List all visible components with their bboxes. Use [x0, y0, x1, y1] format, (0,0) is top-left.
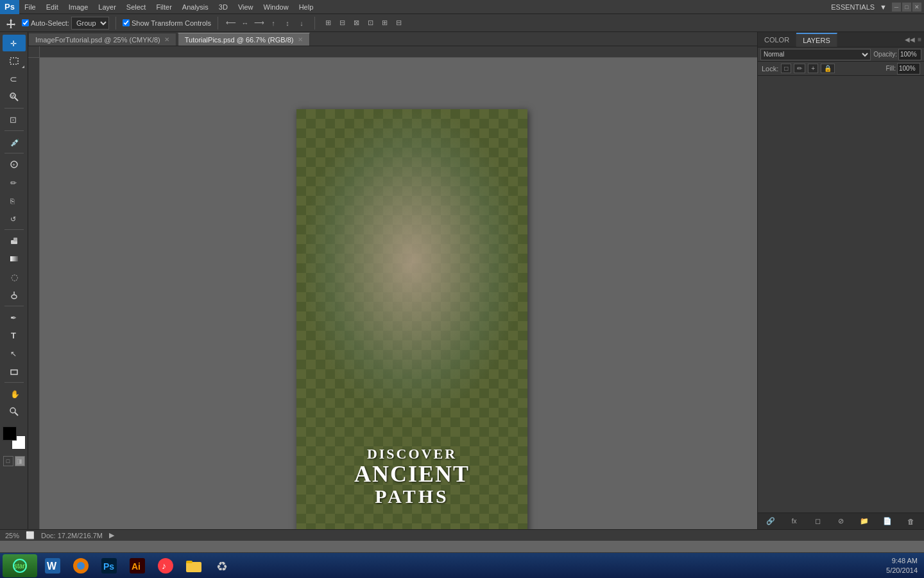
taskbar-app-firefox[interactable]: [68, 554, 94, 577]
dist-left-button[interactable]: ⊞: [321, 17, 334, 30]
spot-healing-brush-tool[interactable]: +: [3, 156, 26, 173]
pen-tool[interactable]: ✒: [3, 309, 26, 326]
new-layer-button[interactable]: 📄: [880, 515, 894, 528]
taskbar-app-recycle[interactable]: ♻: [209, 554, 235, 577]
path-selection-tool[interactable]: ↖: [3, 345, 26, 362]
tab-close-2[interactable]: ✕: [298, 36, 303, 43]
svg-rect-39: [186, 562, 201, 572]
panel-menu-icon[interactable]: ≡: [918, 36, 921, 43]
align-center-h-button[interactable]: ↔: [239, 17, 252, 30]
close-button[interactable]: ✕: [912, 3, 921, 12]
layers-list[interactable]: [758, 76, 924, 512]
zoom-tool[interactable]: [3, 403, 26, 420]
fx-button[interactable]: fx: [787, 515, 801, 528]
menu-analysis[interactable]: Analysis: [177, 2, 214, 12]
canvas-viewport[interactable]: DISCOVER ANCIENT PATHS: [40, 58, 757, 529]
dist-bottom-button[interactable]: ⊟: [392, 17, 405, 30]
auto-select-checkbox[interactable]: [22, 19, 29, 26]
adjustment-button[interactable]: ⊘: [834, 515, 848, 528]
panel-collapse-icon[interactable]: ◀◀: [905, 36, 915, 43]
hand-tool[interactable]: ✋: [3, 385, 26, 402]
menu-image[interactable]: Image: [64, 2, 94, 12]
menu-layer[interactable]: Layer: [93, 2, 121, 12]
blend-mode-dropdown[interactable]: Normal Dissolve Multiply Screen Overlay: [760, 49, 871, 60]
quick-select-tool[interactable]: W: [3, 89, 26, 105]
color-swatches[interactable]: [3, 426, 26, 450]
history-brush-tool[interactable]: ↺: [3, 210, 26, 227]
align-bottom-button[interactable]: ↓: [295, 17, 308, 30]
show-transform-checkbox[interactable]: [123, 19, 130, 26]
taskbar-app-illustrator[interactable]: Ai: [124, 554, 150, 577]
type-tool[interactable]: T: [3, 327, 26, 344]
workspace-dropdown-icon: ▼: [880, 3, 887, 11]
layers-bottom-bar: 🔗 fx ◻ ⊘ 📁 📄 🗑: [758, 512, 924, 529]
start-button[interactable]: start: [3, 554, 37, 577]
quick-mask-button[interactable]: ◨: [15, 456, 25, 466]
svg-text:Ps: Ps: [103, 561, 114, 572]
dist-right-button[interactable]: ⊠: [350, 17, 363, 30]
menu-3d[interactable]: 3D: [214, 2, 233, 12]
menu-help[interactable]: Help: [294, 2, 319, 12]
taskbar-app-folder[interactable]: [181, 554, 207, 577]
align-top-button[interactable]: ↑: [267, 17, 280, 30]
taskbar-app-photoshop[interactable]: Ps: [96, 554, 122, 577]
align-center-v-button[interactable]: ↕: [281, 17, 294, 30]
restore-button[interactable]: □: [902, 3, 911, 12]
svg-text:start: start: [14, 563, 27, 570]
align-left-button[interactable]: ⟵: [225, 17, 237, 30]
move-tool[interactable]: ✛: [3, 35, 26, 51]
menu-window[interactable]: Window: [259, 2, 294, 12]
dist-center-button[interactable]: ⊟: [336, 17, 348, 30]
dodge-tool[interactable]: [3, 286, 26, 303]
taskbar-app-word[interactable]: W: [40, 554, 65, 577]
dist-top-button[interactable]: ⊡: [364, 17, 377, 30]
workspace-label[interactable]: ESSENTIALS: [831, 3, 875, 11]
menu-file[interactable]: File: [19, 2, 41, 12]
lock-all-button[interactable]: 🔒: [821, 64, 835, 73]
minimize-button[interactable]: ─: [892, 3, 901, 12]
crop-tool[interactable]: ⊡: [3, 111, 26, 128]
scroll-indicator[interactable]: ▶: [109, 531, 114, 539]
svg-point-25: [10, 408, 15, 413]
add-mask-button[interactable]: ◻: [810, 515, 825, 528]
menu-edit[interactable]: Edit: [41, 2, 64, 12]
fill-input[interactable]: 100%: [897, 63, 920, 74]
new-group-button[interactable]: 📁: [857, 515, 871, 528]
gradient-tool[interactable]: [3, 250, 26, 267]
menu-select[interactable]: Select: [121, 2, 151, 12]
standard-mode-button[interactable]: □: [3, 456, 13, 466]
lock-position-button[interactable]: +: [808, 64, 818, 73]
tab-layers[interactable]: LAYERS: [796, 33, 837, 47]
svg-point-18: [12, 295, 17, 299]
menu-view[interactable]: View: [233, 2, 259, 12]
left-toolbar: ✛ ⊂ W ⊡ 💉 + ✏: [0, 32, 28, 529]
layers-blend-bar: Normal Dissolve Multiply Screen Overlay …: [758, 48, 924, 62]
link-layers-button[interactable]: 🔗: [764, 515, 778, 528]
taskbar-app-itunes[interactable]: ♪: [153, 554, 178, 577]
tab-color[interactable]: COLOR: [758, 33, 796, 46]
clone-stamp-tool[interactable]: ⎘: [3, 192, 26, 209]
zoom-icon[interactable]: ⬜: [26, 531, 35, 539]
eraser-tool[interactable]: [3, 232, 26, 249]
lock-pixels-button[interactable]: □: [781, 64, 791, 73]
opacity-input[interactable]: 100%: [898, 49, 921, 60]
foreground-color-swatch[interactable]: [3, 426, 17, 441]
lasso-tool[interactable]: ⊂: [3, 71, 26, 87]
tab-tutorial-pics[interactable]: TutorialPics.psd @ 66.7% (RGB/8) ✕: [178, 33, 310, 46]
svg-rect-2: [10, 58, 18, 64]
delete-layer-button[interactable]: 🗑: [904, 515, 918, 528]
eyedropper-tool[interactable]: 💉: [3, 134, 26, 150]
tab-close-1[interactable]: ✕: [164, 36, 169, 43]
menu-filter[interactable]: Filter: [151, 2, 176, 12]
lock-image-button[interactable]: ✏: [794, 64, 805, 73]
auto-select-dropdown[interactable]: GroupLayer: [71, 17, 109, 30]
svg-text:◌: ◌: [11, 272, 18, 281]
tab-image-for-tutorial[interactable]: ImageForTutorial.psd @ 25% (CMYK/8) ✕: [28, 33, 176, 46]
shape-tool[interactable]: [3, 363, 26, 380]
blur-tool[interactable]: ◌: [3, 268, 26, 285]
align-right-button[interactable]: ⟶: [253, 17, 266, 30]
dist-middle-button[interactable]: ⊞: [378, 17, 391, 30]
svg-text:♪: ♪: [162, 561, 166, 571]
brush-tool[interactable]: ✏: [3, 174, 26, 191]
rectangular-marquee-tool[interactable]: [3, 53, 26, 69]
